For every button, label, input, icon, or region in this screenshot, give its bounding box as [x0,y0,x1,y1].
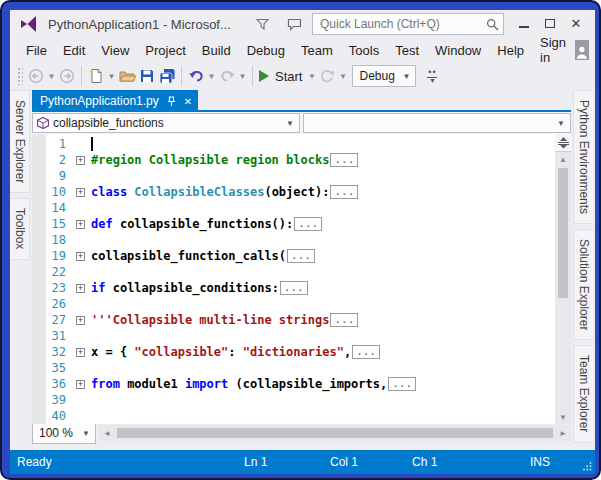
pin-icon[interactable] [167,96,176,107]
scope-combo[interactable]: collapsible_functions ▼ [32,113,300,133]
vertical-scrollbar[interactable]: ▲ ▼ [555,134,571,424]
collapsed-region-box[interactable]: ... [352,345,380,359]
toolbar-grip[interactable] [17,67,23,85]
undo-dropdown[interactable]: ▼ [206,65,217,87]
solution-configuration-combo[interactable]: Debug ▼ [352,65,416,87]
open-file-button[interactable] [117,65,137,87]
collapsed-region-box[interactable]: ... [330,185,358,199]
left-tool-window-strip: Server ExplorerToolbox [10,90,32,448]
scroll-down-arrow[interactable]: ▼ [555,410,571,424]
expand-region-icon[interactable]: + [76,316,85,325]
collapsed-region-box[interactable]: ... [330,153,358,167]
close-button[interactable]: ✕ [563,12,589,34]
menu-item-window[interactable]: Window [427,40,489,61]
refresh-button[interactable] [317,65,337,87]
save-all-button[interactable] [157,65,177,87]
code-line-10[interactable]: 10+class CollapsibleClasses(object):... [32,184,555,200]
menu-item-tools[interactable]: Tools [341,40,387,61]
menu-item-build[interactable]: Build [194,40,239,61]
code-line-27[interactable]: 27+'''Collapsible multi-line strings... [32,312,555,328]
navigate-backward-dropdown[interactable]: ▼ [46,65,57,87]
tool-tab-team-explorer[interactable]: Team Explorer [573,345,593,442]
expand-region-icon[interactable]: + [76,284,85,293]
line-number: 2 [32,153,76,167]
expand-region-icon[interactable]: + [76,188,85,197]
code-line-14[interactable]: 14 [32,200,555,216]
code-line-22[interactable]: 22 [32,264,555,280]
resize-grip[interactable] [582,461,592,471]
expand-region-icon[interactable]: + [76,380,85,389]
code-line-15[interactable]: 15+def collapsible_functions():... [32,216,555,232]
notifications-flag-icon[interactable] [252,15,272,33]
code-line-18[interactable]: 18 [32,232,555,248]
expand-region-icon[interactable]: + [76,252,85,261]
start-debug-button[interactable]: Start [257,65,306,87]
redo-button[interactable] [217,65,237,87]
collapsed-region-box[interactable]: ... [287,249,315,263]
scroll-right-arrow[interactable]: ► [555,426,571,440]
collapsed-region-box[interactable]: ... [388,377,416,391]
new-file-dropdown[interactable]: ▼ [106,65,117,87]
quick-launch-box[interactable] [312,13,504,35]
zoom-combo[interactable]: 100 % ▼ [32,422,96,444]
code-line-31[interactable]: 31 [32,328,555,344]
horizontal-scrollbar[interactable]: ◄ ► [99,425,571,441]
code-line-2[interactable]: 2+#region Collapsible region blocks... [32,152,555,168]
tool-tab-solution-explorer[interactable]: Solution Explorer [573,229,593,340]
maximize-button[interactable] [537,12,563,34]
new-file-button[interactable] [86,65,106,87]
document-tab-active[interactable]: PythonApplication1.py ✕ [32,90,198,112]
tool-tab-server-explorer[interactable]: Server Explorer [10,90,30,193]
navigate-backward-button[interactable] [26,65,46,87]
code-line-23[interactable]: 23+if collapsible_conditions:... [32,280,555,296]
code-line-35[interactable]: 35 [32,360,555,376]
scroll-left-arrow[interactable]: ◄ [99,426,115,440]
minimize-button[interactable] [511,12,537,34]
start-dropdown[interactable]: ▼ [306,65,317,87]
code-line-36[interactable]: 36+from module1 import (collapsible_impo… [32,376,555,392]
redo-dropdown[interactable]: ▼ [237,65,248,87]
code-area[interactable]: 12+#region Collapsible region blocks...9… [32,136,555,424]
code-line-26[interactable]: 26 [32,296,555,312]
code-line-39[interactable]: 39 [32,392,555,408]
line-number: 36 [32,377,76,391]
menu-item-file[interactable]: File [18,40,55,61]
refresh-dropdown[interactable]: ▼ [337,65,348,87]
user-avatar-icon[interactable] [575,40,589,60]
scroll-up-arrow[interactable]: ▲ [555,152,571,166]
collapsed-region-box[interactable]: ... [280,281,308,295]
expand-region-icon[interactable]: + [76,220,85,229]
code-editor[interactable]: 12+#region Collapsible region blocks...9… [32,134,571,424]
menu-item-project[interactable]: Project [137,40,193,61]
tool-tab-python-environments[interactable]: Python Environments [573,90,593,224]
member-combo[interactable]: ▼ [303,113,571,133]
collapsed-region-box[interactable]: ... [294,217,322,231]
navigate-forward-button[interactable] [57,65,77,87]
horizontal-scroll-thumb[interactable] [117,428,553,438]
split-window-handle[interactable] [555,134,571,152]
quick-launch-input[interactable] [320,17,486,31]
tool-tab-toolbox[interactable]: Toolbox [10,198,30,259]
code-line-9[interactable]: 9 [32,168,555,184]
expand-region-icon[interactable]: + [76,348,85,357]
menu-item-help[interactable]: Help [489,40,532,61]
vertical-scroll-thumb[interactable] [558,168,568,298]
menu-item-test[interactable]: Test [387,40,427,61]
code-line-1[interactable]: 1 [32,136,555,152]
menu-item-team[interactable]: Team [293,40,341,61]
feedback-bubble-icon[interactable] [284,15,304,33]
save-button[interactable] [137,65,157,87]
menu-item-view[interactable]: View [93,40,137,61]
status-message: Ready [17,455,52,469]
undo-button[interactable] [186,65,206,87]
close-tab-icon[interactable]: ✕ [184,96,192,107]
collapsed-region-box[interactable]: ... [330,313,358,327]
code-line-32[interactable]: 32+x = { "collapsible": "dictionaries",.… [32,344,555,360]
code-text: #region Collapsible region blocks... [91,153,358,167]
code-line-40[interactable]: 40 [32,408,555,424]
expand-region-icon[interactable]: + [76,156,85,165]
menu-item-edit[interactable]: Edit [55,40,93,61]
menu-item-debug[interactable]: Debug [239,40,293,61]
toolbar-options-button[interactable]: ••▼ [424,70,440,83]
code-line-19[interactable]: 19+collapsible_function_calls(... [32,248,555,264]
